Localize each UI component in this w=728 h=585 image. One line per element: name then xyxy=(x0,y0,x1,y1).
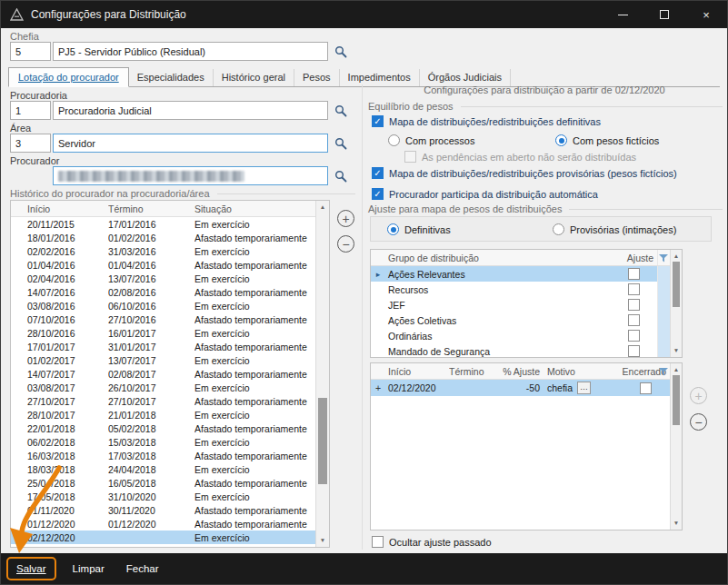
tab-pesos[interactable]: Pesos xyxy=(294,69,340,86)
historico-scrollbar[interactable]: ▲ ▼ xyxy=(315,201,329,547)
radio-label: Com processos xyxy=(405,135,474,146)
checkbox-mapa-provisorias[interactable]: ✓ Mapa de distribuições/redistribuições … xyxy=(372,167,677,179)
ajuste-checkbox[interactable] xyxy=(628,314,640,326)
procuradoria-name-field[interactable]: Procuradoria Judicial xyxy=(53,101,328,120)
historico-row[interactable]: 18/01/2016 01/02/2016 Afastado temporari… xyxy=(11,231,315,244)
checkbox-mapa-definitivas[interactable]: ✓ Mapa de distribuições/redistribuições … xyxy=(372,115,601,127)
maximize-button[interactable] xyxy=(643,1,685,28)
scroll-thumb[interactable] xyxy=(318,398,327,484)
scroll-up-icon[interactable]: ▲ xyxy=(671,251,682,262)
cell-termino: 27/10/2016 xyxy=(108,314,194,325)
scroll-thumb[interactable] xyxy=(673,262,680,307)
historico-row[interactable]: 02/02/2016 31/03/2016 Em exercício xyxy=(11,244,315,258)
grupo-row[interactable]: ▸ Ações Relevantes xyxy=(371,266,670,282)
scroll-thumb[interactable] xyxy=(673,375,680,425)
grupo-row[interactable]: Ordinárias xyxy=(371,328,670,343)
scroll-up-icon[interactable]: ▲ xyxy=(671,364,682,375)
add-historico-button[interactable]: + xyxy=(337,210,354,227)
chefia-code-field[interactable]: 5 xyxy=(10,42,51,61)
historico-row[interactable]: 27/10/2017 27/10/2017 Afastado temporari… xyxy=(11,394,315,408)
cell-termino: 26/10/2017 xyxy=(108,382,194,393)
historico-row[interactable]: 18/03/2018 24/04/2018 Em exercício xyxy=(11,462,315,476)
procurador-name-field[interactable] xyxy=(53,166,328,185)
radio-provisorias-intimacoes[interactable]: Provisórias (intimações) xyxy=(553,223,676,235)
search-icon[interactable] xyxy=(331,166,351,185)
historico-row[interactable]: 02/04/2016 13/07/2016 Em exercício xyxy=(11,272,315,285)
area-label: Área xyxy=(10,123,31,134)
close-button[interactable]: × xyxy=(685,1,727,28)
tab-historico-geral[interactable]: Histórico geral xyxy=(214,69,294,86)
search-icon[interactable] xyxy=(331,134,351,153)
radio-com-pesos-ficticios[interactable]: Com pesos fictícios xyxy=(555,134,659,146)
area-name-field[interactable]: Servidor xyxy=(53,134,328,153)
search-icon[interactable] xyxy=(331,42,351,61)
minimize-button[interactable] xyxy=(602,1,643,28)
grupo-scrollbar[interactable]: ▲ ▼ xyxy=(670,250,682,357)
salvar-button[interactable]: Salvar xyxy=(11,560,52,578)
titlebar[interactable]: Configurações para Distribuição × xyxy=(1,1,727,28)
filter-icon[interactable] xyxy=(659,367,668,378)
ellipsis-button[interactable]: … xyxy=(577,382,591,394)
ajuste-checkbox[interactable] xyxy=(628,268,640,280)
radio-definitivas[interactable]: Definitivas xyxy=(387,223,451,235)
radio-com-processos[interactable]: Com processos xyxy=(388,134,474,146)
cell-inicio: 02/12/2020 xyxy=(385,382,449,393)
tab-lotacao-do-procurador[interactable]: Lotação do procurador xyxy=(8,67,129,87)
historico-row[interactable]: 17/01/2017 31/01/2017 Afastado temporari… xyxy=(11,340,315,353)
scroll-down-icon[interactable]: ▼ xyxy=(316,535,329,546)
scroll-down-icon[interactable]: ▼ xyxy=(671,345,682,356)
historico-row[interactable]: 01/02/2017 13/07/2017 Em exercício xyxy=(11,353,315,367)
add-ajuste-button[interactable]: + xyxy=(690,387,707,404)
grupo-row[interactable]: Recursos xyxy=(371,282,670,297)
ajuste-row[interactable]: + 02/12/2020 -50 chefia … xyxy=(371,380,670,396)
cell-termino: 27/10/2017 xyxy=(108,396,194,407)
historico-row[interactable]: 16/03/2018 17/03/2018 Afastado temporari… xyxy=(11,449,315,462)
chefia-name-field[interactable]: PJ5 - Servidor Público (Residual) xyxy=(53,42,328,61)
historico-row[interactable]: 28/10/2016 16/01/2017 Em exercício xyxy=(11,326,315,340)
area-code-field[interactable]: 3 xyxy=(10,134,51,153)
search-icon[interactable] xyxy=(331,101,351,120)
ajuste-periodo-table: Início Término % Ajuste Motivo Encerrado… xyxy=(370,362,683,530)
historico-row[interactable]: 20/11/2015 17/01/2016 Em exercício xyxy=(11,217,315,231)
cell-inicio: 27/10/2017 xyxy=(25,396,108,407)
historico-row[interactable]: 22/01/2018 05/02/2018 Afastado temporari… xyxy=(11,421,315,435)
historico-row[interactable]: 14/07/2017 02/08/2017 Afastado temporari… xyxy=(11,367,315,381)
grupo-row[interactable]: Ações Coletivas xyxy=(371,312,670,328)
cell-situacao: Afastado temporariamente xyxy=(194,396,315,407)
historico-row[interactable]: 14/07/2016 02/08/2016 Afastado temporari… xyxy=(11,285,315,299)
procuradoria-code-field[interactable]: 1 xyxy=(10,101,51,120)
scroll-down-icon[interactable]: ▼ xyxy=(671,518,682,529)
ajuste-scrollbar[interactable]: ▲ ▼ xyxy=(670,363,682,530)
scroll-up-icon[interactable]: ▲ xyxy=(316,202,329,213)
encerrado-checkbox[interactable] xyxy=(640,382,652,394)
cell-inicio: 28/10/2016 xyxy=(25,328,108,339)
historico-row[interactable]: 17/05/2018 31/10/2020 Em exercício xyxy=(11,490,315,503)
historico-row[interactable]: 28/10/2017 21/01/2018 Em exercício xyxy=(11,408,315,421)
cell-situacao: Em exercício xyxy=(194,437,315,448)
limpar-button[interactable]: Limpar xyxy=(67,560,110,578)
checkbox-participa-distribuicao[interactable]: ✓ Procurador participa da distribuição a… xyxy=(372,188,598,200)
ajuste-checkbox[interactable] xyxy=(628,299,640,311)
historico-row[interactable]: 03/08/2017 26/10/2017 Em exercício xyxy=(11,381,315,394)
grupo-row[interactable]: JEF xyxy=(371,297,670,312)
historico-row[interactable]: 01/04/2016 01/04/2016 Afastado temporari… xyxy=(11,258,315,272)
remove-ajuste-button[interactable]: − xyxy=(690,413,707,431)
historico-row[interactable]: + 02/12/2020 Em exercício xyxy=(11,530,315,544)
grupo-row[interactable]: Mandado de Segurança xyxy=(371,343,670,358)
checkbox-box: ✓ xyxy=(372,167,384,179)
filter-icon[interactable] xyxy=(659,253,668,264)
tab-especialidades[interactable]: Especialidades xyxy=(129,69,214,86)
checkbox-ocultar-ajuste[interactable]: Ocultar ajuste passado xyxy=(372,536,492,548)
historico-row[interactable]: 07/10/2016 27/10/2016 Afastado temporari… xyxy=(11,312,315,326)
ajuste-checkbox[interactable] xyxy=(628,330,640,342)
ajuste-checkbox[interactable] xyxy=(628,283,640,295)
historico-row[interactable]: 25/04/2018 16/05/2018 Afastado temporari… xyxy=(11,476,315,490)
historico-row[interactable]: 01/11/2020 30/11/2020 Afastado temporari… xyxy=(11,503,315,517)
fechar-button[interactable]: Fechar xyxy=(121,560,165,578)
historico-row[interactable]: 03/08/2016 06/10/2016 Em exercício xyxy=(11,299,315,312)
ajuste-checkbox[interactable] xyxy=(628,345,640,357)
remove-historico-button[interactable]: − xyxy=(337,235,354,253)
historico-row[interactable]: 01/12/2020 01/12/2020 Afastado temporari… xyxy=(11,517,315,530)
historico-row[interactable]: 06/02/2018 15/03/2018 Em exercício xyxy=(11,435,315,449)
cell-inicio: 18/03/2018 xyxy=(25,464,108,475)
